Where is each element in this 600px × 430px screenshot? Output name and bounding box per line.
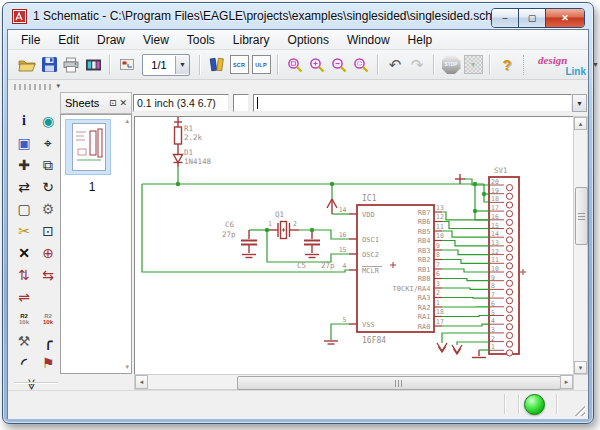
resistor-r1[interactable] [174, 117, 182, 150]
gnd-arrow-symbol[interactable] [437, 343, 447, 352]
cam-processor-button[interactable] [82, 54, 104, 76]
save-button[interactable] [38, 54, 60, 76]
vertical-scrollbar[interactable]: ▴ ▾ [573, 116, 588, 375]
run-ulp-button[interactable]: ULP [250, 54, 272, 76]
print-button[interactable] [60, 54, 82, 76]
gnd-bar-symbol[interactable] [472, 350, 486, 358]
menu-file[interactable]: File [12, 33, 49, 47]
tool-label-icon[interactable]: ⚑ [36, 352, 60, 374]
close-button[interactable]: ✕ [546, 9, 584, 27]
diode-d1[interactable] [174, 150, 183, 167]
use-library-button[interactable] [206, 54, 228, 76]
tool-display-icon[interactable]: ▣ [12, 132, 36, 154]
capacitor-c6[interactable] [241, 230, 257, 258]
zoom-fit-button[interactable] [284, 54, 306, 76]
tool-value-icon[interactable]: R210k [36, 308, 60, 330]
capacitor-c5[interactable] [304, 230, 320, 258]
scroll-up-button[interactable]: ▴ [574, 117, 587, 130]
help-button[interactable]: ? [496, 54, 518, 76]
svg-text:RB7: RB7 [418, 209, 431, 217]
palette-overflow-icon[interactable]: ▾ [56, 82, 60, 90]
tool-copy-icon[interactable]: ⧉ [36, 154, 60, 176]
horizontal-scrollbar[interactable]: ◂ ▸ [134, 374, 574, 390]
tool-arc-icon[interactable]: ◜ [12, 352, 36, 374]
menu-options[interactable]: Options [279, 33, 338, 47]
menu-view[interactable]: View [134, 33, 178, 47]
tool-paste-icon[interactable]: ⊡ [36, 220, 60, 242]
float-panel-icon[interactable]: ⊡ [109, 98, 117, 108]
menu-edit[interactable]: Edit [49, 33, 88, 47]
zoom-out-button[interactable] [328, 54, 350, 76]
sheet-thumbnail-selected[interactable]: 1 [65, 119, 111, 175]
scroll-down-icon[interactable]: ▾ [125, 363, 129, 371]
sheets-panel-header[interactable]: Sheets ⊡ ✕ [60, 92, 132, 114]
generated-wires[interactable] [442, 212, 489, 326]
designlink-arrow-icon[interactable]: ▼ [592, 61, 599, 68]
scroll-down-button[interactable]: ▾ [574, 361, 587, 374]
menu-tools[interactable]: Tools [178, 33, 224, 47]
command-input[interactable] [253, 94, 572, 112]
palette-separator [14, 382, 58, 384]
gnd-bar-symbol[interactable] [324, 341, 338, 344]
tool-mark-icon[interactable]: ⌖ [36, 132, 60, 154]
menu-window[interactable]: Window [338, 33, 399, 47]
tool-replace-icon[interactable]: ⇌ [12, 286, 36, 308]
minimize-button[interactable]: – [492, 9, 519, 27]
tool-smash-icon[interactable]: ⚒ [12, 330, 36, 352]
tool-rotate-icon[interactable]: ↻ [36, 176, 60, 198]
gnd-arrow-symbol[interactable] [452, 345, 462, 354]
open-button[interactable] [16, 54, 38, 76]
svg-text:15: 15 [339, 246, 347, 254]
zoom-in-button[interactable] [306, 54, 328, 76]
menu-draw[interactable]: Draw [88, 33, 134, 47]
schematic-canvas[interactable]: R1 2.2k D1 1N4148 Q1 1 2 C6 27p C5 27p I… [134, 116, 574, 375]
maximize-button[interactable]: ▢ [519, 9, 546, 27]
stop-button[interactable]: STOP [440, 54, 462, 76]
menu-help[interactable]: Help [399, 33, 442, 47]
tool-group-icon[interactable]: ▢ [12, 198, 36, 220]
horizontal-scroll-thumb[interactable] [237, 376, 561, 390]
tool-mirror-icon[interactable]: ⇄ [12, 176, 36, 198]
palette-drag-handle[interactable] [14, 84, 52, 90]
svg-text:OSC2: OSC2 [362, 251, 379, 259]
resize-grip[interactable] [573, 404, 585, 416]
online-status-light [524, 394, 545, 415]
supply-cross-symbol[interactable] [455, 174, 465, 184]
scroll-left-button[interactable]: ◂ [135, 375, 148, 389]
titlebar[interactable]: 1 Schematic - C:\Program Files\EAGLE\pro… [3, 3, 593, 29]
svg-text:RA1: RA1 [418, 313, 431, 321]
sheet-selector[interactable]: 1/1 ▼ [142, 54, 190, 76]
scroll-up-icon[interactable]: ▴ [125, 117, 129, 125]
svg-text:7: 7 [491, 291, 495, 299]
tool-info-icon[interactable]: i [12, 110, 36, 132]
tool-change-icon[interactable]: ⚙ [36, 198, 60, 220]
run-script-button[interactable]: SCR [228, 54, 250, 76]
zoom-select-button[interactable] [350, 54, 372, 76]
switch-to-board-button[interactable] [116, 54, 138, 76]
toolbar: 1/1 ▼ SCR ULP [8, 50, 588, 80]
sheets-list[interactable]: ▴ 1 ▾ [60, 114, 132, 374]
tool-add-icon[interactable]: ⊕ [36, 242, 60, 264]
toolbar-separator [377, 55, 379, 75]
tool-name-icon[interactable]: R210k [12, 308, 36, 330]
palette-more-button[interactable]: ≫ [25, 379, 38, 391]
vertical-scroll-thumb[interactable] [575, 187, 588, 245]
scroll-right-button[interactable]: ▸ [560, 375, 573, 389]
go-button[interactable]: ▾ [462, 54, 484, 76]
command-dropdown-icon[interactable]: ▼ [572, 94, 587, 112]
c5-value: 27p [321, 261, 335, 270]
tool-gateswap-icon[interactable]: ⇆ [36, 264, 60, 286]
redo-button[interactable]: ↷ [406, 54, 428, 76]
tool-delete-icon[interactable]: ✕ [12, 242, 36, 264]
tool-pinswap-icon[interactable]: ⇅ [12, 264, 36, 286]
undo-button[interactable]: ↶ [384, 54, 406, 76]
vdd-supply-symbol[interactable] [327, 199, 337, 214]
close-panel-icon[interactable]: ✕ [119, 98, 127, 108]
tool-cut-icon[interactable]: ✂ [12, 220, 36, 242]
tool-show-icon[interactable]: ◉ [36, 110, 60, 132]
menu-library[interactable]: Library [224, 33, 279, 47]
tool-miter-icon[interactable]: ╭ [36, 330, 60, 352]
chevron-down-icon[interactable]: ▼ [175, 56, 189, 74]
designlink-button[interactable]: design Link [536, 54, 590, 76]
tool-move-icon[interactable]: ✚ [12, 154, 36, 176]
